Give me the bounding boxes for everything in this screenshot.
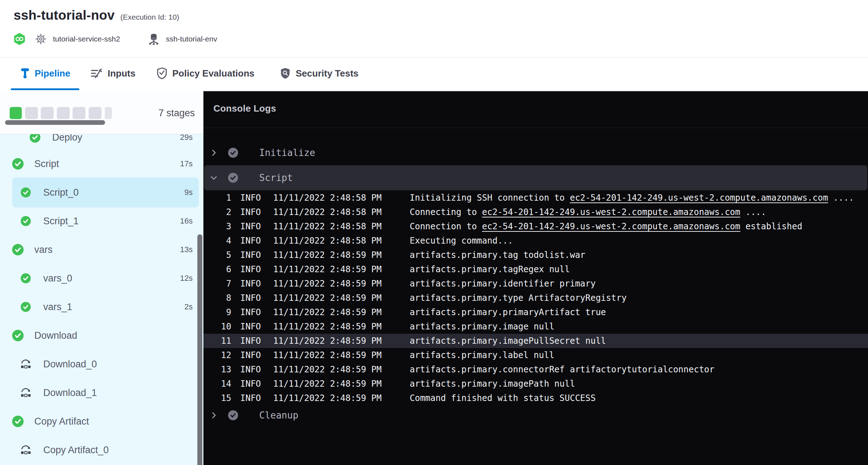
log-line-number: 1: [210, 191, 231, 205]
stage-row-script[interactable]: Script17s: [0, 149, 203, 179]
log-line-9: 9INFO11/11/2022 2:48:59 PMartifacts.prim…: [203, 305, 868, 319]
stage-row-highlight: [12, 292, 199, 322]
console-logs-title: Console Logs: [213, 103, 276, 114]
minimap-stage-pending[interactable]: [25, 107, 38, 119]
log-line-number: 2: [210, 205, 231, 219]
stage-row-highlight: [12, 349, 199, 379]
log-timestamp: 11/11/2022 2:48:59 PM: [273, 334, 381, 348]
log-timestamp: 11/11/2022 2:48:59 PM: [273, 276, 381, 291]
minimap-stage-pending[interactable]: [41, 107, 54, 119]
console-section-initialize[interactable]: Initialize: [203, 140, 868, 165]
stage-row-script-1[interactable]: Script_116s: [0, 206, 203, 236]
log-message: artifacts.primary.image null: [410, 319, 554, 334]
log-message: artifacts.primary.imagePullSecret null: [410, 334, 606, 348]
stage-duration: 16s: [180, 206, 193, 236]
log-line-number: 14: [210, 377, 231, 391]
stage-row-vars-0[interactable]: vars_012s: [0, 263, 203, 293]
console-section-cleanup[interactable]: Cleanup: [203, 403, 868, 428]
stage-label: vars_0: [43, 263, 72, 293]
log-message: artifacts.primary.identifier primary: [410, 276, 596, 291]
minimap-stage-pending[interactable]: [105, 107, 112, 119]
tab-security-tests[interactable]: Security Tests: [280, 58, 359, 89]
rollback-step-icon: [20, 359, 31, 369]
log-level: INFO: [240, 319, 261, 334]
service-name[interactable]: tutorial-service-ssh2: [53, 35, 120, 43]
policy-shield-icon: [157, 67, 167, 79]
chevron-right-icon[interactable]: [209, 148, 218, 157]
sidebar-header: 7 stages: [0, 90, 203, 134]
log-message: Connection to ec2-54-201-142-249.us-west…: [410, 219, 802, 234]
log-level: INFO: [240, 391, 261, 405]
stage-row-download-1[interactable]: Download_1: [0, 378, 203, 408]
stage-row-copy-artifact-0[interactable]: Copy Artifact_0: [0, 435, 203, 465]
stage-duration: 2s: [184, 292, 193, 322]
environment-name[interactable]: ssh-tutorial-env: [166, 35, 217, 43]
log-line-13: 13INFO11/11/2022 2:48:59 PMartifacts.pri…: [203, 362, 868, 377]
environment-icon: [148, 33, 159, 45]
section-highlight-band: [204, 403, 867, 428]
header-meta-row: tutorial-service-ssh2 s: [14, 32, 217, 46]
chevron-right-icon[interactable]: [209, 411, 218, 420]
success-check-icon: [12, 330, 24, 341]
success-check-icon: [12, 244, 24, 255]
stage-duration: 17s: [180, 149, 193, 179]
log-line-11: 11INFO11/11/2022 2:48:59 PMartifacts.pri…: [203, 334, 868, 348]
log-host-link[interactable]: ec2-54-201-142-249.us-west-2.compute.ama…: [570, 193, 828, 203]
log-message: artifacts.primary.label null: [410, 348, 554, 362]
log-line-10: 10INFO11/11/2022 2:48:59 PMartifacts.pri…: [203, 319, 868, 334]
log-line-number: 5: [210, 248, 231, 262]
minimap-stage-pending[interactable]: [57, 107, 70, 119]
stage-label: vars: [34, 235, 53, 265]
tab-pipeline[interactable]: Pipeline: [20, 58, 70, 89]
log-message: Executing command...: [410, 234, 513, 248]
log-line-number: 8: [210, 291, 231, 305]
log-message: Initializing SSH connection to ec2-54-20…: [410, 191, 854, 205]
stage-label: Script_0: [43, 177, 79, 207]
minimap-horizontal-scrollbar[interactable]: [5, 120, 105, 125]
section-success-icon: [228, 410, 238, 420]
log-timestamp: 11/11/2022 2:48:59 PM: [273, 305, 381, 319]
security-shield-icon: [280, 67, 291, 79]
log-host-link[interactable]: ec2-54-201-142-249.us-west-2.compute.ama…: [482, 221, 740, 231]
tab-inputs[interactable]: Inputs: [90, 58, 135, 89]
minimap-stage-pending[interactable]: [89, 107, 102, 119]
cd-module-icon: [14, 33, 25, 45]
console-section-script[interactable]: Script: [203, 165, 868, 190]
stage-row-vars-1[interactable]: vars_12s: [0, 292, 203, 322]
log-line-number: 4: [210, 234, 231, 248]
log-line-3: 3INFO11/11/2022 2:48:58 PMConnection to …: [203, 219, 868, 234]
log-timestamp: 11/11/2022 2:48:58 PM: [273, 191, 381, 205]
log-timestamp: 11/11/2022 2:48:59 PM: [273, 248, 381, 262]
log-level: INFO: [240, 248, 261, 262]
log-timestamp: 11/11/2022 2:48:59 PM: [273, 362, 381, 377]
log-timestamp: 11/11/2022 2:48:58 PM: [273, 205, 381, 219]
stage-row-copy-artifact[interactable]: Copy Artifact: [0, 406, 203, 436]
minimap-stage-pending[interactable]: [73, 107, 85, 119]
log-line-number: 6: [210, 262, 231, 276]
log-line-14: 14INFO11/11/2022 2:48:59 PMartifacts.pri…: [203, 377, 868, 391]
log-message: artifacts.primary.tagRegex null: [410, 262, 570, 276]
log-host-link[interactable]: ec2-54-201-142-249.us-west-2.compute.ama…: [482, 207, 740, 217]
log-message: artifacts.primary.primaryArtifact true: [410, 305, 606, 319]
stage-label: vars_1: [43, 292, 72, 322]
log-line-number: 11: [210, 334, 231, 348]
success-check-icon: [21, 273, 31, 283]
success-check-icon: [21, 187, 31, 197]
log-message: artifacts.primary.imagePath null: [410, 377, 575, 391]
stage-label: Script: [34, 149, 59, 179]
stage-row-script-0[interactable]: Script_09s: [0, 177, 203, 207]
stage-row-download[interactable]: Download: [0, 320, 203, 351]
section-label: Initialize: [259, 140, 315, 165]
sidebar-vertical-scrollbar[interactable]: [197, 234, 202, 465]
success-check-icon: [12, 416, 24, 427]
log-level: INFO: [240, 348, 261, 362]
stage-row-vars[interactable]: vars13s: [0, 235, 203, 265]
minimap-stage-done[interactable]: [10, 107, 22, 119]
chevron-down-icon[interactable]: [209, 173, 218, 182]
stage-label: Download: [34, 320, 77, 351]
stage-row-download-0[interactable]: Download_0: [0, 349, 203, 379]
tab-policy-evaluations[interactable]: Policy Evaluations: [157, 58, 255, 89]
page-title: ssh-tutorial-nov: [14, 8, 115, 23]
log-level: INFO: [240, 234, 261, 248]
stage-label: Download_0: [43, 349, 97, 379]
